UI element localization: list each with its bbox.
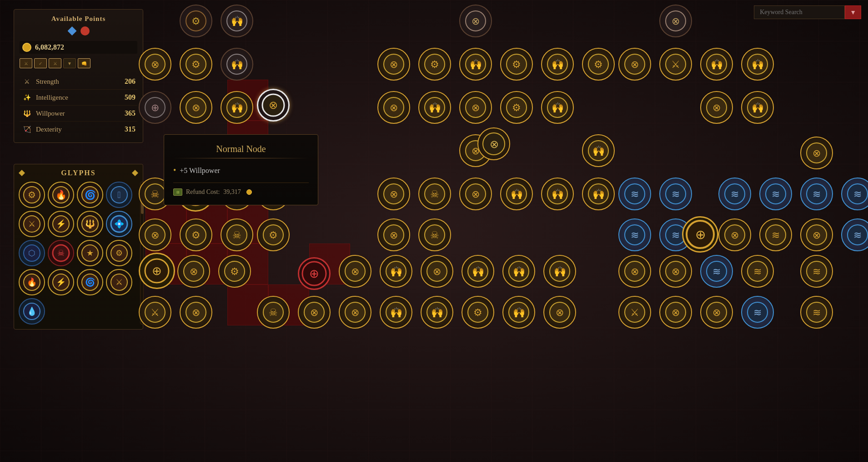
- node-r4-c6[interactable]: ☠: [418, 178, 451, 210]
- glyph-13[interactable]: 🔥: [19, 269, 45, 295]
- node-r4-c7[interactable]: ⊗: [459, 178, 492, 210]
- node-r2-c9[interactable]: 🙌: [541, 91, 574, 124]
- node-r9-right-3[interactable]: ⊗: [700, 296, 733, 329]
- node-r3-c10[interactable]: 🙌: [582, 134, 615, 167]
- node-r7-c9[interactable]: 🙌: [502, 296, 535, 329]
- node-far-right-blue-3[interactable]: ≋: [800, 178, 833, 210]
- node-r7-c3[interactable]: ☠: [257, 296, 290, 329]
- node-r4-c5[interactable]: ⊗: [377, 178, 410, 210]
- glyph-1[interactable]: ⚙: [19, 182, 45, 208]
- node-r1-c9[interactable]: 🙌: [541, 48, 574, 81]
- glyph-5[interactable]: ⚔: [19, 211, 45, 237]
- glyph-12[interactable]: ⚙: [106, 240, 132, 266]
- edge-node-3[interactable]: ≋: [800, 255, 833, 288]
- node-r7-c6[interactable]: 🙌: [380, 296, 412, 329]
- node-r1-c12[interactable]: ⚔: [659, 48, 692, 81]
- node-r4-c10[interactable]: 🙌: [582, 178, 615, 210]
- node-r5-c0[interactable]: ⊗: [139, 218, 171, 251]
- node-far-right-blue-1[interactable]: ≋: [718, 178, 751, 210]
- node-r2-c2[interactable]: 🙌: [221, 91, 253, 124]
- node-right-active-2[interactable]: ≋: [759, 218, 792, 251]
- node-r6-c2[interactable]: ⚙: [218, 255, 251, 288]
- glyph-14[interactable]: ⚡: [48, 269, 74, 295]
- node-r9-right-blue[interactable]: ≋: [741, 296, 774, 329]
- node-r7-c4[interactable]: ⊗: [298, 296, 331, 329]
- node-r8-right-2[interactable]: ⊗: [659, 255, 692, 288]
- node-r2-c5[interactable]: ⊗: [377, 91, 410, 124]
- glyph-4[interactable]: 𓂀: [106, 182, 132, 208]
- glyph-17[interactable]: 💧: [19, 298, 45, 325]
- equip-slot-5[interactable]: 👊: [78, 58, 90, 68]
- node-r7-c0[interactable]: ⚔: [139, 296, 171, 329]
- node-r2-c14[interactable]: 🙌: [741, 91, 774, 124]
- equip-slot-2[interactable]: ✓: [34, 58, 47, 68]
- node-r6-c4[interactable]: ⊗: [339, 255, 371, 288]
- node-r2-c8[interactable]: ⚙: [500, 91, 533, 124]
- node-r2-c6[interactable]: 🙌: [418, 91, 451, 124]
- node-r5-c3[interactable]: ⚙: [257, 218, 290, 251]
- node-r7-c7[interactable]: 🙌: [421, 296, 453, 329]
- node-r7-c8[interactable]: ⚙: [462, 296, 494, 329]
- edge-node-4[interactable]: ≋: [800, 296, 833, 329]
- node-r9-right-2[interactable]: ⊗: [659, 296, 692, 329]
- node-r6-c1[interactable]: ⊗: [177, 255, 210, 288]
- node-r8-right-blue[interactable]: ≋: [700, 255, 733, 288]
- glyph-8[interactable]: 💠: [106, 211, 132, 237]
- node-r8-right-3[interactable]: ≋: [741, 255, 774, 288]
- glyph-2[interactable]: 🔥: [48, 182, 74, 208]
- node-r4-c8[interactable]: 🙌: [500, 178, 533, 210]
- node-r6-c7[interactable]: 🙌: [462, 255, 494, 288]
- node-r0-c2[interactable]: 🙌: [221, 5, 253, 37]
- node-r1-c2[interactable]: 🙌: [221, 48, 253, 81]
- edge-node-2[interactable]: ⊗: [800, 218, 833, 251]
- node-blue-right-2[interactable]: ≋: [659, 178, 692, 210]
- node-r1-c6[interactable]: ⚙: [418, 48, 451, 81]
- glyph-3[interactable]: 🌀: [77, 182, 103, 208]
- node-r5-c2[interactable]: ☠: [221, 218, 253, 251]
- node-r0-c1[interactable]: ⚙: [180, 5, 212, 37]
- node-r2-c0[interactable]: ⊕: [139, 91, 171, 124]
- node-right-active-1[interactable]: ⊗: [718, 218, 751, 251]
- node-gold-special-right[interactable]: ⊕: [682, 216, 718, 253]
- node-r6-c8[interactable]: 🙌: [502, 255, 535, 288]
- node-r6-c6[interactable]: ⊗: [421, 255, 453, 288]
- node-r8-right-1[interactable]: ⊗: [618, 255, 651, 288]
- node-r6-c5[interactable]: 🙌: [380, 255, 412, 288]
- node-r1-c10[interactable]: ⚙: [582, 48, 615, 81]
- node-r5-c5[interactable]: ⊗: [377, 218, 410, 251]
- glyph-16[interactable]: ⚔: [106, 269, 132, 295]
- node-r0-c12[interactable]: ⊗: [659, 5, 692, 37]
- node-r6-glyph-gold-1[interactable]: ⊕: [139, 253, 175, 289]
- node-special-glyph[interactable]: ⊕: [298, 257, 331, 290]
- equip-slot-4[interactable]: ▼: [63, 58, 76, 68]
- glyph-11[interactable]: ★: [77, 240, 103, 266]
- node-blue-right-3[interactable]: ≋: [618, 218, 651, 251]
- node-connector-top[interactable]: ⊗: [477, 127, 510, 160]
- node-r1-c14[interactable]: 🙌: [741, 48, 774, 81]
- node-r5-c1[interactable]: ⚙: [180, 218, 212, 251]
- node-r4-c9[interactable]: 🙌: [541, 178, 574, 210]
- node-r1-c1[interactable]: ⚙: [180, 48, 212, 81]
- edge-blue-right-2[interactable]: ≋: [841, 218, 868, 251]
- node-selected-center[interactable]: ⊗: [257, 89, 290, 122]
- node-blue-right-1[interactable]: ≋: [618, 178, 651, 210]
- node-r1-c13[interactable]: 🙌: [700, 48, 733, 81]
- equip-slot-3[interactable]: ⚔: [49, 58, 61, 68]
- glyph-6[interactable]: ⚡: [48, 211, 74, 237]
- node-r2-c1[interactable]: ⊗: [180, 91, 212, 124]
- node-r2-c13[interactable]: ⊗: [700, 91, 733, 124]
- node-r1-c0[interactable]: ⊗: [139, 48, 171, 81]
- node-far-right-blue-2[interactable]: ≋: [759, 178, 792, 210]
- node-r2-c7[interactable]: ⊗: [459, 91, 492, 124]
- node-r5-c6[interactable]: ☠: [418, 218, 451, 251]
- glyph-9[interactable]: ⬡: [19, 240, 45, 266]
- glyph-7[interactable]: 🔱: [77, 211, 103, 237]
- node-r6-c9[interactable]: 🙌: [543, 255, 576, 288]
- node-r1-c8[interactable]: ⚙: [500, 48, 533, 81]
- edge-blue-right-1[interactable]: ≋: [841, 178, 868, 210]
- node-r9-right-1[interactable]: ⚔: [618, 296, 651, 329]
- node-r7-c5[interactable]: ⊗: [339, 296, 371, 329]
- node-r1-c7[interactable]: 🙌: [459, 48, 492, 81]
- node-r1-c5[interactable]: ⊗: [377, 48, 410, 81]
- node-r0-c7[interactable]: ⊗: [459, 5, 492, 37]
